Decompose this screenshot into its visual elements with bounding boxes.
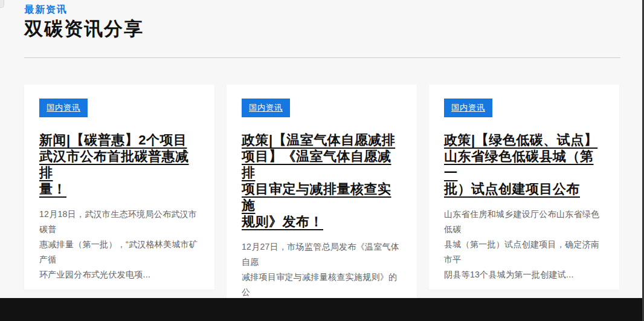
footer-bar <box>0 298 644 321</box>
category-badge[interactable]: 国内资讯 <box>444 99 492 117</box>
article-excerpt: 12月18日，武汉市生态环境局公布武汉市碳普 惠减排量（第一批），“武汉格林美城… <box>39 207 199 282</box>
article-title-link[interactable]: 新闻|【碳普惠】2个项目 武汉市公布首批碳普惠减排 量！ <box>39 132 199 197</box>
news-section-page: 最新资讯 双碳资讯分享 国内资讯 新闻|【碳普惠】2个项目 武汉市公布首批碳普惠… <box>0 0 644 321</box>
news-card[interactable]: 国内资讯 新闻|【碳普惠】2个项目 武汉市公布首批碳普惠减排 量！ 12月18日… <box>24 85 214 290</box>
section-title: 双碳资讯分享 <box>24 19 144 39</box>
news-card[interactable]: 国内资讯 政策|【温室气体自愿减排 项目】《温室气体自愿减排 项目审定与减排量核… <box>227 85 417 321</box>
section-divider <box>24 57 620 58</box>
window-corner-artifact <box>0 0 4 8</box>
article-excerpt: 山东省住房和城乡建设厅公布山东省绿色低碳 县城（第一批）试点创建项目，确定济南市… <box>444 207 604 282</box>
section-header: 最新资讯 双碳资讯分享 <box>24 4 144 39</box>
article-title-link[interactable]: 政策|【绿色低碳、试点】 山东省绿色低碳县城（第一 批）试点创建项目公布 <box>444 132 604 197</box>
news-card-list: 国内资讯 新闻|【碳普惠】2个项目 武汉市公布首批碳普惠减排 量！ 12月18日… <box>24 85 619 321</box>
category-badge[interactable]: 国内资讯 <box>39 99 88 117</box>
news-card[interactable]: 国内资讯 政策|【绿色低碳、试点】 山东省绿色低碳县城（第一 批）试点创建项目公… <box>429 85 619 290</box>
article-title-link[interactable]: 政策|【温室气体自愿减排 项目】《温室气体自愿减排 项目审定与减排量核查实施 规… <box>242 132 402 230</box>
category-badge[interactable]: 国内资讯 <box>242 99 290 117</box>
section-eyebrow: 最新资讯 <box>24 4 144 16</box>
